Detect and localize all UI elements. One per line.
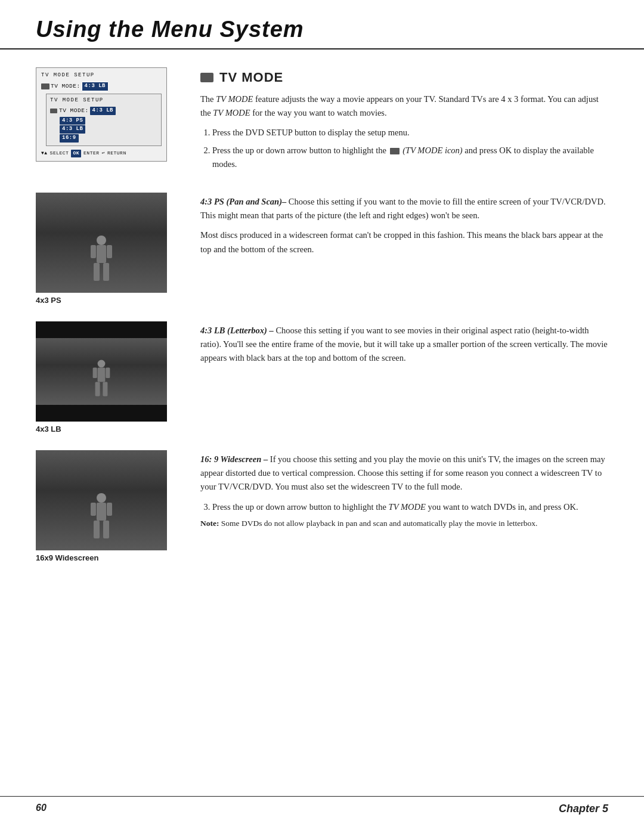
svg-rect-3 (103, 263, 109, 281)
ps-para2: Most discs produced in a widescreen form… (200, 228, 608, 256)
tvmode-inline-icon (390, 148, 400, 154)
svg-rect-14 (94, 521, 100, 538)
arrow-icon: ▼▲ (41, 150, 48, 157)
svg-rect-5 (107, 245, 112, 258)
menu-option3: 4:3 LB (60, 125, 85, 134)
lb-content-area (36, 338, 167, 405)
ps-person-svg (86, 234, 116, 288)
svg-rect-16 (91, 503, 96, 516)
svg-rect-8 (95, 382, 100, 396)
menu-sub-row: TV MODE: 4:3 LB (50, 107, 157, 116)
tvmode-icon (200, 73, 213, 82)
footer-chapter: Chapter 5 (559, 803, 608, 815)
select-label: SELECT (50, 150, 69, 157)
lb-para1: 4:3 LB (Letterbox) – Choose this setting… (200, 324, 608, 366)
content-area: TV MODE SETUP TV MODE: 4:3 LB TV MODE SE… (0, 49, 644, 562)
ws-caption: 16x9 Widescreen (36, 553, 179, 562)
tvmode-intro-col: TV MODE The TV MODE feature adjusts the … (200, 67, 608, 175)
menu-top-header: TV MODE SETUP (41, 72, 162, 80)
ps-image (36, 193, 167, 293)
menu-top-row: TV MODE: 4:3 LB (41, 82, 162, 91)
ws-section: 16x9 Widescreen 16: 9 Widescreen – If yo… (36, 450, 608, 562)
menu-option2: 4:3 PS (60, 117, 85, 125)
svg-rect-17 (107, 503, 112, 516)
ps-caption: 4x3 PS (36, 296, 179, 305)
ps-text-col: 4:3 PS (Pan and Scan)– Choose this setti… (200, 193, 608, 305)
enter-label: ENTER (83, 150, 100, 157)
intro-section: TV MODE SETUP TV MODE: 4:3 LB TV MODE SE… (36, 67, 608, 175)
lb-caption: 4x3 LB (36, 425, 179, 433)
page-title: Using the Menu System (36, 17, 608, 48)
intro-paragraph: The TV MODE feature adjusts the way a mo… (200, 92, 608, 120)
lb-person-svg (89, 359, 113, 402)
ws-person-svg (86, 492, 116, 546)
menu-mockup: TV MODE SETUP TV MODE: 4:3 LB TV MODE SE… (36, 67, 167, 162)
lb-image (36, 321, 167, 422)
footer-page-number: 60 (36, 803, 47, 815)
ws-image-col: 16x9 Widescreen (36, 450, 179, 562)
note-label: Note: (200, 519, 219, 528)
menu-sub-mode-label: TV MODE: (59, 107, 89, 116)
menu-bottom-bar: ▼▲ SELECT OK ENTER ↩ RETURN (41, 150, 162, 157)
menu-mockup-col: TV MODE SETUP TV MODE: 4:3 LB TV MODE SE… (36, 67, 179, 175)
menu-option-row-4: 16:9 (58, 134, 157, 143)
menu-option-row-2: 4:3 PS (58, 117, 157, 125)
menu-mode-label: TV MODE: (51, 82, 80, 91)
menu-sub-panel: TV MODE SETUP TV MODE: 4:3 LB 4:3 PS 4:3… (46, 94, 162, 146)
ws-step-list: Press the up or down arrow button to hig… (212, 500, 608, 514)
ws-para1: 16: 9 Widescreen – If you choose this se… (200, 453, 608, 494)
menu-top-icon (41, 83, 49, 89)
ps-section: 4x3 PS 4:3 PS (Pan and Scan)– Choose thi… (36, 193, 608, 305)
ps-heading: 4:3 PS (Pan and Scan)– (200, 197, 286, 206)
return-icon: ↩ (102, 150, 105, 157)
lb-heading: 4:3 LB (Letterbox) – (200, 326, 274, 335)
svg-point-12 (97, 493, 106, 503)
tvmode-heading: TV MODE (200, 70, 608, 85)
step-3: Press the up or down arrow button to hig… (212, 500, 608, 514)
svg-rect-13 (97, 503, 106, 521)
svg-rect-7 (98, 367, 106, 382)
svg-rect-11 (106, 367, 110, 378)
svg-rect-15 (103, 521, 109, 538)
menu-option-row-3: 4:3 LB (58, 125, 157, 134)
note-paragraph: Note: Some DVDs do not allow playback in… (200, 518, 608, 529)
lb-section: 4x3 LB 4:3 LB (Letterbox) – Choose this … (36, 321, 608, 433)
menu-mode-value: 4:3 LB (82, 82, 109, 91)
svg-rect-9 (103, 382, 107, 396)
svg-rect-2 (94, 263, 100, 281)
menu-option4: 16:9 (60, 134, 79, 143)
menu-option1: 4:3 LB (90, 107, 116, 115)
ps-image-col: 4x3 PS (36, 193, 179, 305)
svg-rect-10 (93, 367, 97, 378)
steps-list: Press the DVD SETUP button to display th… (212, 126, 608, 171)
step-1: Press the DVD SETUP button to display th… (212, 126, 608, 140)
note-body: Some DVDs do not allow playback in pan a… (221, 519, 538, 528)
svg-rect-4 (91, 245, 96, 258)
step-2: Press the up or down arrow button to hig… (212, 144, 608, 171)
ps-para1: 4:3 PS (Pan and Scan)– Choose this setti… (200, 195, 608, 222)
tvmode-title: TV MODE (219, 70, 283, 85)
ws-text-col: 16: 9 Widescreen – If you choose this se… (200, 450, 608, 562)
return-label: RETURN (107, 150, 126, 157)
menu-sub-header: TV MODE SETUP (50, 97, 157, 105)
ok-badge: OK (71, 150, 81, 157)
lb-text-col: 4:3 LB (Letterbox) – Choose this setting… (200, 321, 608, 433)
svg-point-0 (97, 236, 106, 245)
page-footer: 60 Chapter 5 (0, 796, 644, 815)
svg-rect-1 (97, 245, 106, 263)
lb-image-col: 4x3 LB (36, 321, 179, 433)
page-header: Using the Menu System (0, 0, 644, 49)
ws-heading: 16: 9 Widescreen – (200, 454, 268, 464)
svg-point-6 (98, 360, 106, 368)
ws-image (36, 450, 167, 550)
menu-sub-icon (50, 109, 57, 113)
